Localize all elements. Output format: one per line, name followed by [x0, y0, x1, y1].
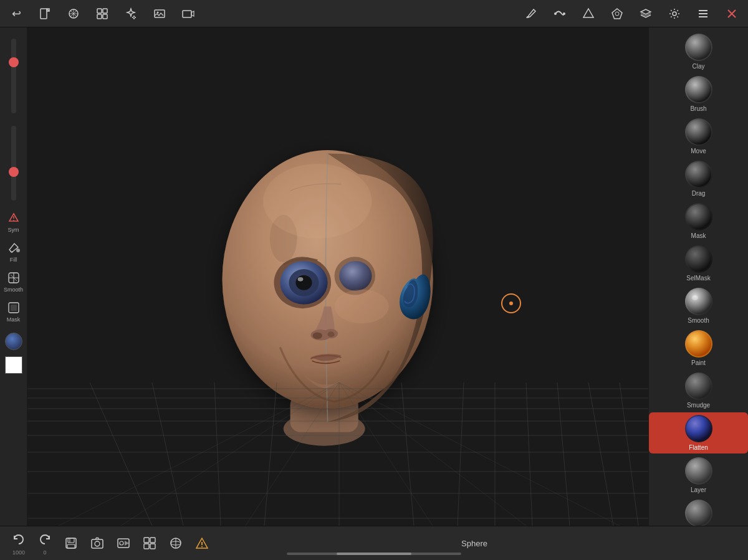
fill-tool[interactable]: Fill	[0, 238, 27, 265]
move-sphere	[685, 118, 712, 146]
paint-sphere	[685, 330, 712, 358]
layers-icon[interactable]	[637, 5, 654, 22]
svg-rect-79	[68, 538, 74, 543]
svg-line-55	[620, 382, 638, 526]
bottom-center: Sphere	[461, 539, 487, 548]
drag-brush[interactable]: Drag	[649, 158, 748, 199]
smooth-brush[interactable]: Smooth	[649, 285, 748, 326]
svg-rect-87	[150, 538, 155, 543]
stroke-icon[interactable]	[551, 5, 568, 22]
close-icon[interactable]	[723, 5, 741, 22]
material-icon[interactable]	[580, 5, 597, 22]
svg-point-62	[686, 35, 711, 60]
size-slider-thumb[interactable]	[9, 57, 19, 67]
smooth-left-tool[interactable]: Smooth	[0, 268, 27, 295]
svg-point-72	[686, 416, 711, 441]
undo-icon[interactable]	[10, 531, 27, 549]
mask-left-tool[interactable]: Mask	[0, 298, 27, 325]
selmask-brush[interactable]: SelMask	[649, 243, 748, 284]
svg-point-24	[295, 275, 312, 290]
smudge-label: Smudge	[687, 402, 710, 409]
svg-point-32	[335, 290, 389, 324]
background-icon[interactable]	[608, 5, 626, 22]
svg-point-30	[313, 332, 322, 339]
back-icon[interactable]: ↩	[7, 5, 25, 22]
crease-brush[interactable]: Crease	[649, 497, 748, 526]
paint-brush[interactable]: Paint	[649, 328, 748, 369]
grid2-icon[interactable]	[141, 534, 158, 552]
svg-rect-9	[183, 11, 191, 17]
mask-brush[interactable]: Mask	[649, 201, 748, 242]
drag-label: Drag	[692, 190, 706, 197]
redo-count: 0	[43, 549, 46, 556]
mask-label: Mask	[691, 232, 706, 239]
fill-label: Fill	[10, 257, 17, 263]
svg-line-46	[214, 382, 221, 526]
svg-point-66	[686, 204, 711, 229]
redo-group[interactable]: 0	[36, 531, 54, 556]
drag-sphere	[685, 161, 712, 188]
svg-rect-17	[11, 305, 17, 311]
svg-point-64	[686, 120, 711, 145]
svg-point-27	[339, 261, 372, 291]
svg-line-57	[121, 382, 339, 526]
sym-tool[interactable]: Sym	[0, 208, 27, 235]
clay-brush[interactable]: Clay	[649, 31, 748, 72]
warning-icon[interactable]	[193, 534, 211, 552]
svg-point-34	[263, 164, 372, 239]
smooth-left-label: Smooth	[4, 287, 23, 293]
svg-point-63	[686, 77, 711, 102]
selmask-label: SelMask	[686, 275, 710, 282]
smudge-brush[interactable]: Smudge	[649, 370, 748, 411]
svg-point-67	[686, 247, 711, 272]
screenshot-icon[interactable]	[89, 534, 106, 552]
svg-line-56	[59, 382, 339, 526]
color-white-swatch[interactable]	[5, 356, 22, 374]
flatten-brush[interactable]: Flatten	[649, 412, 748, 453]
move-brush[interactable]: Move	[649, 116, 748, 157]
menu-icon[interactable]	[694, 5, 712, 22]
topology-icon[interactable]	[65, 5, 82, 22]
flip-icon[interactable]	[115, 534, 132, 552]
camera-icon[interactable]	[180, 5, 197, 22]
undo-group[interactable]: 1000	[10, 531, 27, 556]
svg-line-47	[264, 382, 277, 526]
svg-point-13	[673, 12, 676, 16]
save-icon[interactable]	[62, 534, 80, 552]
layer-sphere	[685, 457, 712, 485]
flatten-label: Flatten	[689, 444, 708, 451]
redo-icon[interactable]	[36, 531, 54, 549]
toolbar-left: ↩	[7, 5, 197, 22]
brush-settings-icon[interactable]	[522, 5, 540, 22]
svg-point-25	[298, 277, 304, 282]
svg-line-44	[90, 382, 152, 526]
svg-line-50	[458, 382, 464, 526]
svg-rect-6	[103, 14, 107, 19]
grid-floor	[27, 382, 648, 526]
svg-line-53	[557, 382, 570, 526]
move-label: Move	[691, 148, 706, 154]
effects-icon[interactable]	[122, 5, 140, 22]
smooth-left-icon	[6, 270, 21, 285]
intensity-slider[interactable]	[11, 126, 16, 201]
image-icon[interactable]	[151, 5, 168, 22]
size-slider[interactable]	[11, 39, 16, 113]
svg-point-68	[686, 289, 711, 314]
svg-line-45	[152, 382, 183, 526]
svg-line-58	[246, 382, 339, 526]
brush-brush[interactable]: Brush	[649, 74, 748, 115]
undo-count: 1000	[12, 549, 25, 556]
viewport[interactable]	[27, 27, 648, 526]
grid-icon[interactable]	[94, 5, 111, 22]
settings-icon[interactable]	[666, 5, 683, 22]
svg-point-83	[95, 541, 100, 546]
layer-brush[interactable]: Layer	[649, 455, 748, 496]
gyro-icon[interactable]	[167, 534, 185, 552]
svg-rect-5	[97, 14, 102, 19]
intensity-slider-thumb[interactable]	[9, 167, 19, 177]
file-icon[interactable]	[36, 5, 54, 22]
color-swatch[interactable]	[5, 333, 22, 350]
svg-point-74	[686, 501, 711, 526]
svg-point-31	[328, 331, 335, 337]
right-panel: Clay Brush Move Drag Mask SelMask	[648, 27, 748, 526]
